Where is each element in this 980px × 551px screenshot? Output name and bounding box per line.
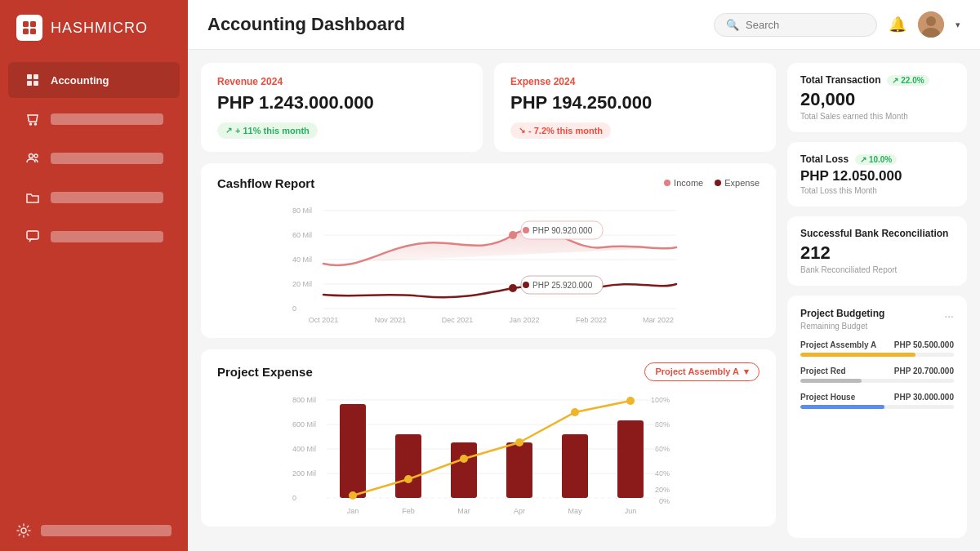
total-transaction-card: Total Transaction ↗ 22.0% 20,000 Total S… xyxy=(787,63,967,132)
svg-rect-1 xyxy=(30,21,36,27)
svg-text:60 Mil: 60 Mil xyxy=(292,231,312,239)
sidebar-settings-bar xyxy=(41,525,172,536)
svg-text:600 Mil: 600 Mil xyxy=(292,420,316,429)
svg-text:Oct 2021: Oct 2021 xyxy=(309,316,339,324)
expense-label: Expense 2024 xyxy=(510,76,760,87)
sidebar-item-shopping[interactable] xyxy=(8,101,180,137)
page-title: Accounting Dashboard xyxy=(207,14,405,35)
top-cards: Revenue 2024 PHP 1.243.000.000 ↗ + 11% t… xyxy=(201,63,776,152)
expense-value: PHP 194.250.000 xyxy=(510,92,760,113)
project-dropdown[interactable]: Project Assembly A ▾ xyxy=(644,362,760,381)
transaction-value: 20,000 xyxy=(800,89,954,110)
grid-icon xyxy=(24,72,41,88)
sidebar-item-bar-chat xyxy=(51,231,163,242)
svg-text:May: May xyxy=(568,507,582,515)
svg-rect-60 xyxy=(506,442,532,498)
svg-point-9 xyxy=(35,123,37,125)
budget-item-assembly-header: Project Assembly A PHP 50.500.000 xyxy=(800,340,954,349)
search-input[interactable] xyxy=(746,19,865,31)
svg-text:40 Mil: 40 Mil xyxy=(292,256,312,264)
svg-point-68 xyxy=(626,397,635,405)
chat-icon xyxy=(24,229,41,245)
income-dot xyxy=(664,180,670,186)
budget-item-red: Project Red PHP 20.700.000 xyxy=(800,367,954,383)
budget-bar-red-bg xyxy=(800,379,954,383)
project-expense-card: Project Expense Project Assembly A ▾ 800… xyxy=(201,349,776,527)
dashboard-body: Revenue 2024 PHP 1.243.000.000 ↗ + 11% t… xyxy=(188,50,980,551)
budget-item-red-value: PHP 20.700.000 xyxy=(894,367,954,375)
bell-icon[interactable]: 🔔 xyxy=(889,16,906,33)
settings-icon[interactable] xyxy=(16,523,31,538)
revenue-label: Revenue 2024 xyxy=(217,76,466,87)
svg-text:PHP 25.920.000: PHP 25.920.000 xyxy=(532,281,593,290)
project-expense-header: Project Expense Project Assembly A ▾ xyxy=(217,362,760,381)
expense-legend: Expense xyxy=(715,178,760,188)
project-expense-title: Project Expense xyxy=(217,365,313,379)
svg-rect-6 xyxy=(27,81,32,86)
transaction-title: Total Transaction xyxy=(800,74,880,86)
expense-badge: ↘ - 7.2% this month xyxy=(510,122,611,139)
trend-up-icon: ↗ xyxy=(225,126,232,135)
sidebar-logo: HASHMICRO xyxy=(0,0,188,56)
svg-text:0: 0 xyxy=(292,304,296,313)
cashflow-legend: Income Expense xyxy=(664,178,760,188)
budget-item-assembly: Project Assembly A PHP 50.500.000 xyxy=(800,340,954,357)
svg-text:0: 0 xyxy=(292,494,296,502)
budget-bar-red-fill xyxy=(800,379,862,383)
sidebar-item-accounting[interactable]: Accounting xyxy=(8,62,180,98)
svg-point-63 xyxy=(349,491,357,500)
sidebar-item-label-accounting: Accounting xyxy=(51,74,109,87)
cashflow-header: Cashflow Report Income Expense xyxy=(217,176,760,190)
loss-badge: ↗ 10.0% xyxy=(855,154,897,165)
transaction-badge: ↗ 22.0% xyxy=(887,75,929,86)
budget-bar-assembly-bg xyxy=(800,353,954,357)
sidebar-item-users[interactable] xyxy=(8,140,180,176)
more-options-icon[interactable]: ... xyxy=(944,307,954,320)
avatar-chevron-icon[interactable]: ▾ xyxy=(956,20,960,30)
svg-text:Jan 2022: Jan 2022 xyxy=(509,316,539,324)
svg-point-65 xyxy=(460,455,468,463)
budget-title: Project Budgeting xyxy=(800,308,884,319)
avatar xyxy=(918,11,944,38)
svg-point-29 xyxy=(523,227,529,233)
logo-text: HASHMICRO xyxy=(51,20,148,37)
users-icon xyxy=(24,150,41,167)
svg-point-15 xyxy=(926,16,936,26)
sidebar-item-folder[interactable] xyxy=(8,180,180,216)
svg-point-8 xyxy=(30,123,32,125)
svg-text:Jun: Jun xyxy=(625,507,637,515)
cashflow-title: Cashflow Report xyxy=(217,176,314,190)
reconciliation-value: 212 xyxy=(800,242,954,264)
reconciliation-card: Successful Bank Reconciliation 212 Bank … xyxy=(787,216,967,286)
transaction-header: Total Transaction ↗ 22.0% xyxy=(800,74,954,86)
loss-value: PHP 12.050.000 xyxy=(800,168,954,184)
shopping-icon xyxy=(24,111,41,127)
sidebar-item-bar-shopping xyxy=(51,113,163,125)
svg-rect-61 xyxy=(562,434,588,498)
search-box[interactable]: 🔍 xyxy=(714,13,877,37)
loss-title: Total Loss xyxy=(800,153,849,165)
reconciliation-header: Successful Bank Reconciliation xyxy=(800,228,954,239)
logo-icon xyxy=(16,15,42,41)
svg-rect-3 xyxy=(30,29,36,34)
expense-card: Expense 2024 PHP 194.250.000 ↘ - 7.2% th… xyxy=(494,63,776,152)
budget-card: Project Budgeting ... Remaining Budget P… xyxy=(787,295,967,538)
svg-point-66 xyxy=(515,438,523,447)
svg-text:Mar 2022: Mar 2022 xyxy=(643,316,674,324)
svg-rect-2 xyxy=(23,29,29,34)
cashflow-card: Cashflow Report Income Expense 80 Mil 60… xyxy=(201,163,776,338)
trend-down-icon: ↘ xyxy=(519,126,525,135)
svg-text:Mar: Mar xyxy=(457,507,470,515)
transaction-sub: Total Sales earned this Month xyxy=(800,112,954,121)
svg-text:Jan: Jan xyxy=(347,507,359,515)
svg-text:400 Mil: 400 Mil xyxy=(292,445,316,453)
svg-point-67 xyxy=(571,408,579,416)
right-panel: Total Transaction ↗ 22.0% 20,000 Total S… xyxy=(787,63,967,538)
sidebar-bottom xyxy=(0,510,188,551)
sidebar-item-bar-users xyxy=(51,153,163,164)
main-content: Accounting Dashboard 🔍 🔔 ▾ xyxy=(188,0,980,551)
total-loss-card: Total Loss ↗ 10.0% PHP 12.050.000 Total … xyxy=(787,142,967,207)
sidebar-item-chat[interactable] xyxy=(8,219,180,255)
income-legend: Income xyxy=(664,178,703,188)
svg-text:20 Mil: 20 Mil xyxy=(292,280,312,288)
